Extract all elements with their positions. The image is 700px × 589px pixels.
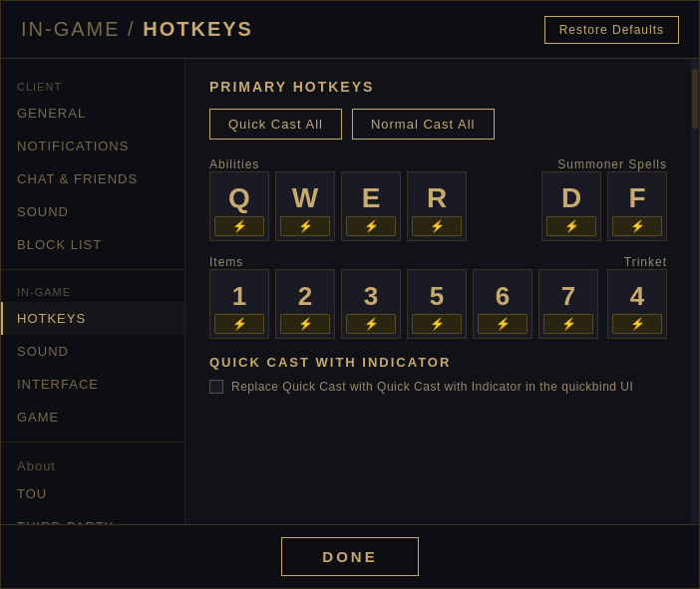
key-letter-q: Q	[228, 180, 250, 216]
quick-cast-indicator-label: Replace Quick Cast with Quick Cast with …	[231, 380, 633, 394]
content-area: PRIMARY HOTKEYS Quick Cast All Normal Ca…	[185, 59, 691, 524]
key-letter-1: 1	[232, 278, 246, 314]
key-slot-d[interactable]: D ⚡	[541, 171, 601, 241]
trinket-label: Trinket	[624, 255, 667, 269]
lightning-icon-r: ⚡	[430, 219, 445, 233]
abilities-label: Abilities	[209, 157, 467, 171]
key-bottom-3: ⚡	[346, 314, 396, 334]
summoner-spells-label: Summoner Spells	[557, 157, 667, 171]
scroll-thumb	[692, 69, 698, 129]
breadcrumb-dim: IN-GAME /	[21, 18, 136, 40]
lightning-icon-6: ⚡	[496, 317, 511, 331]
sidebar-item-sound-ingame[interactable]: SOUND	[1, 335, 184, 368]
key-bottom-e: ⚡	[346, 216, 396, 236]
sidebar-item-general[interactable]: GENERAL	[1, 97, 184, 130]
key-slot-4[interactable]: 4 ⚡	[607, 269, 667, 339]
page-title: IN-GAME / HOTKEYS	[21, 18, 253, 41]
restore-defaults-button[interactable]: Restore Defaults	[544, 16, 679, 44]
key-letter-r: R	[427, 180, 447, 216]
quick-cast-checkbox-row: Replace Quick Cast with Quick Cast with …	[209, 380, 667, 394]
key-bottom-d: ⚡	[546, 216, 596, 236]
lightning-icon-f: ⚡	[630, 219, 645, 233]
items-label: Items	[209, 255, 598, 269]
key-bottom-6: ⚡	[478, 314, 527, 334]
key-letter-w: W	[292, 180, 318, 216]
lightning-icon-3: ⚡	[364, 317, 379, 331]
scroll-track[interactable]	[691, 59, 699, 524]
lightning-icon-e: ⚡	[364, 219, 379, 233]
key-letter-6: 6	[496, 278, 510, 314]
sidebar-item-game[interactable]: GAME	[1, 401, 184, 434]
footer: DONE	[1, 524, 699, 588]
key-letter-2: 2	[298, 278, 312, 314]
key-slot-3[interactable]: 3 ⚡	[341, 269, 401, 339]
lightning-icon-1: ⚡	[232, 317, 247, 331]
sidebar: Client GENERAL NOTIFICATIONS CHAT & FRIE…	[1, 59, 185, 524]
key-letter-3: 3	[364, 278, 378, 314]
items-section: Items 1 ⚡ 2 ⚡	[209, 255, 598, 339]
sidebar-item-notifications[interactable]: NOTIFICATIONS	[1, 130, 184, 162]
main-layout: Client GENERAL NOTIFICATIONS CHAT & FRIE…	[1, 59, 699, 524]
key-slot-5[interactable]: 5 ⚡	[407, 269, 467, 339]
sidebar-item-hotkeys[interactable]: HOTKEYS	[1, 302, 184, 335]
key-bottom-f: ⚡	[612, 216, 662, 236]
key-slot-6[interactable]: 6 ⚡	[473, 269, 532, 339]
lightning-icon-2: ⚡	[298, 317, 313, 331]
quick-cast-indicator-title: QUICK CAST WITH INDICATOR	[209, 355, 667, 370]
key-slot-f[interactable]: F ⚡	[607, 171, 667, 241]
sidebar-item-chat-friends[interactable]: CHAT & FRIENDS	[1, 162, 184, 195]
lightning-icon-7: ⚡	[561, 317, 576, 331]
sidebar-item-tou[interactable]: TOU	[1, 477, 184, 510]
sidebar-item-sound-client[interactable]: SOUND	[1, 195, 184, 228]
sidebar-ingame-label: In-Game	[1, 278, 184, 302]
quick-cast-indicator-section: QUICK CAST WITH INDICATOR Replace Quick …	[209, 355, 667, 394]
key-letter-d: D	[561, 180, 581, 216]
key-slot-2[interactable]: 2 ⚡	[275, 269, 335, 339]
quick-cast-all-button[interactable]: Quick Cast All	[209, 109, 342, 140]
sidebar-item-third-party[interactable]: THIRD-PARTY LICENSES	[1, 510, 184, 524]
sidebar-client-label: Client	[1, 73, 184, 97]
items-trinket-row: Items 1 ⚡ 2 ⚡	[209, 255, 667, 339]
cast-buttons-group: Quick Cast All Normal Cast All	[209, 109, 667, 140]
header: IN-GAME / HOTKEYS Restore Defaults	[1, 1, 699, 59]
trinket-key-group: 4 ⚡	[607, 269, 667, 339]
normal-cast-all-button[interactable]: Normal Cast All	[352, 109, 495, 140]
key-bottom-r: ⚡	[412, 216, 462, 236]
sidebar-divider	[1, 269, 184, 270]
quick-cast-indicator-checkbox[interactable]	[209, 380, 223, 394]
key-bottom-w: ⚡	[280, 216, 330, 236]
item-keys-group: 1 ⚡ 2 ⚡ 3	[209, 269, 598, 339]
summoner-section: Summoner Spells D ⚡ F ⚡	[541, 157, 667, 241]
key-bottom-4: ⚡	[612, 314, 662, 334]
key-bottom-7: ⚡	[543, 314, 593, 334]
lightning-icon-w: ⚡	[298, 219, 313, 233]
key-bottom-2: ⚡	[280, 314, 330, 334]
key-letter-7: 7	[561, 278, 575, 314]
key-bottom-q: ⚡	[214, 216, 264, 236]
key-letter-f: F	[628, 180, 645, 216]
key-slot-w[interactable]: W ⚡	[275, 171, 335, 241]
ability-keys-group: Q ⚡ W ⚡ E	[209, 171, 467, 241]
sidebar-divider-2	[1, 442, 184, 442]
abilities-summoner-row: Abilities Q ⚡ W ⚡	[209, 157, 667, 241]
key-slot-r[interactable]: R ⚡	[407, 171, 467, 241]
key-bottom-1: ⚡	[214, 314, 264, 334]
key-slot-e[interactable]: E ⚡	[341, 171, 401, 241]
key-letter-5: 5	[430, 278, 444, 314]
key-bottom-5: ⚡	[412, 314, 462, 334]
abilities-section: Abilities Q ⚡ W ⚡	[209, 157, 467, 241]
key-slot-7[interactable]: 7 ⚡	[538, 269, 598, 339]
lightning-icon-4: ⚡	[630, 317, 645, 331]
key-slot-1[interactable]: 1 ⚡	[209, 269, 269, 339]
primary-hotkeys-title: PRIMARY HOTKEYS	[209, 79, 667, 95]
breadcrumb-bold: HOTKEYS	[143, 18, 253, 40]
key-letter-e: E	[362, 180, 381, 216]
sidebar-about-label: About	[1, 450, 184, 477]
sidebar-item-block-list[interactable]: BLOCK LIST	[1, 228, 184, 261]
key-letter-4: 4	[630, 278, 644, 314]
lightning-icon-d: ⚡	[564, 219, 579, 233]
sidebar-item-interface[interactable]: INTERFACE	[1, 368, 184, 401]
key-slot-q[interactable]: Q ⚡	[209, 171, 269, 241]
done-button[interactable]: DONE	[281, 537, 418, 576]
lightning-icon-5: ⚡	[430, 317, 445, 331]
